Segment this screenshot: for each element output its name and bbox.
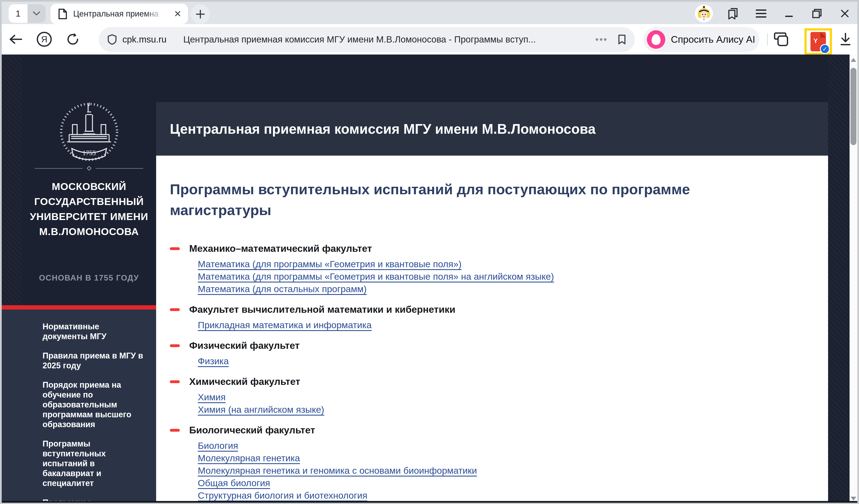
new-tab-button[interactable] bbox=[191, 4, 210, 24]
program-link[interactable]: Физика bbox=[198, 355, 229, 367]
program-link[interactable]: Математика (для остальных программ) bbox=[198, 283, 366, 295]
restore-button[interactable] bbox=[809, 6, 825, 21]
close-icon bbox=[840, 9, 850, 18]
sidebar-nav-item[interactable]: Правила приема в МГУ в 2025 году bbox=[43, 351, 144, 370]
hamburger-menu-icon bbox=[755, 9, 767, 18]
program-link[interactable]: Математика (для программы «Геометрия и к… bbox=[198, 270, 554, 283]
diamond-ornament bbox=[87, 166, 91, 171]
faculty-name: Факультет вычислительной математики и ки… bbox=[189, 303, 455, 316]
profile-avatar[interactable] bbox=[695, 4, 713, 22]
scrollbar-up-arrow-icon[interactable] bbox=[850, 58, 856, 62]
red-dash-marker bbox=[170, 344, 180, 347]
tab-close-button[interactable]: ✕ bbox=[174, 10, 181, 18]
minimize-icon bbox=[784, 9, 794, 18]
ask-alice-label: Спросить Алису AI bbox=[671, 34, 755, 45]
yandex-home-button[interactable]: Я bbox=[36, 31, 52, 47]
bookmarks-icon bbox=[727, 7, 739, 20]
back-button[interactable] bbox=[9, 34, 23, 44]
red-dash-marker bbox=[170, 429, 180, 432]
browser-window: 1 Центральная приемна ✕ bbox=[2, 2, 857, 501]
faculty-name: Механико–математический факультет bbox=[189, 242, 372, 255]
bookmark-flag-icon[interactable] bbox=[618, 34, 626, 45]
address-bar[interactable]: cpk.msu.ru Центральная приемная комиссия… bbox=[99, 27, 635, 52]
extension-enabled-badge: ✓ bbox=[820, 44, 830, 54]
reload-icon bbox=[66, 32, 80, 46]
msu-emblem: 1755 bbox=[56, 98, 122, 172]
pdf-extension-mark: Y bbox=[813, 37, 818, 44]
reactions-panel-icon bbox=[774, 32, 790, 47]
browser-menu-button[interactable] bbox=[753, 6, 769, 21]
page-right-decor bbox=[828, 55, 849, 503]
restore-window-icon bbox=[812, 8, 822, 19]
red-dash-marker bbox=[170, 247, 180, 250]
toolbar: Я cpk.msu.ru Центральная приемная комисс… bbox=[2, 24, 857, 55]
program-link[interactable]: Математика (для программы «Геометрия и к… bbox=[198, 258, 462, 270]
program-link[interactable]: Биология bbox=[198, 439, 238, 452]
university-name: МОСКОВСКИЙ ГОСУДАРСТВЕННЫЙ УНИВЕРСИТЕТ И… bbox=[22, 179, 156, 239]
sidebar-nav: Нормативные документы МГУ Правила приема… bbox=[2, 309, 156, 503]
annotation-highlight-box: Y ✓ bbox=[804, 28, 832, 55]
faculty-section: Химический факультет Химия Химия (на анг… bbox=[170, 375, 828, 416]
sidebar-nav-item[interactable]: Нормативные документы МГУ bbox=[43, 322, 144, 341]
sidebar-nav-item[interactable]: Программы вступительных испытаний в бака… bbox=[43, 439, 144, 488]
shield-icon[interactable] bbox=[107, 34, 117, 45]
program-link[interactable]: Общая биология bbox=[198, 477, 270, 489]
alice-logo-icon bbox=[647, 30, 665, 49]
faculty-section: Факультет вычислительной математики и ки… bbox=[170, 303, 828, 331]
site-title: Центральная приемная комиссия МГУ имени … bbox=[170, 121, 596, 137]
address-more-button[interactable]: ••• bbox=[595, 34, 608, 45]
emblem-year: 1755 bbox=[82, 149, 96, 157]
window-bottom-edge bbox=[2, 501, 857, 503]
scrollbar-thumb[interactable] bbox=[850, 68, 856, 145]
address-page-title: Центральная приемная комиссия МГУ имени … bbox=[183, 34, 536, 45]
plus-icon bbox=[196, 10, 205, 19]
minimize-button[interactable] bbox=[781, 6, 797, 21]
download-icon bbox=[840, 33, 852, 46]
page-scrollbar[interactable] bbox=[849, 55, 857, 503]
page-title: Программы вступительных испытаний для по… bbox=[170, 179, 775, 220]
red-dash-marker bbox=[170, 380, 180, 383]
svg-text:Я: Я bbox=[41, 34, 47, 44]
tab-title: Центральная приемна bbox=[73, 9, 166, 18]
program-link[interactable]: Молекулярная генетика и геномика с основ… bbox=[198, 464, 477, 477]
sidebar-red-bar bbox=[2, 305, 156, 309]
program-link[interactable]: Химия bbox=[198, 391, 226, 403]
ask-alice-button[interactable]: Спросить Алису AI bbox=[643, 27, 759, 52]
tab-bar: 1 Центральная приемна ✕ bbox=[2, 2, 857, 24]
red-dash-marker bbox=[170, 308, 180, 311]
tabs-counter[interactable]: 1 bbox=[9, 4, 46, 23]
page-viewport: 1755 МОСКОВСКИЙ ГОСУДАРСТВЕННЫЙ УНИВЕРСИ… bbox=[2, 55, 857, 503]
faculty-name: Биологический факультет bbox=[189, 424, 315, 437]
document-icon bbox=[58, 9, 67, 19]
sidebar-divider bbox=[35, 167, 143, 170]
yandex-logo-icon: Я bbox=[36, 31, 52, 47]
tabs-count-badge[interactable]: 1 bbox=[9, 4, 28, 23]
faculty-section: Физический факультет Физика bbox=[170, 339, 828, 367]
close-window-button[interactable] bbox=[837, 6, 853, 21]
main-content: Программы вступительных испытаний для по… bbox=[156, 156, 828, 503]
faculty-name: Химический факультет bbox=[189, 375, 300, 388]
site-header-banner: Центральная приемная комиссия МГУ имени … bbox=[156, 102, 828, 156]
faculty-list: Механико–математический факультет Матема… bbox=[170, 242, 828, 503]
sidebar-nav-item[interactable]: Порядок приема на обучение по образовате… bbox=[43, 380, 144, 429]
pdf-extension-button[interactable]: Y ✓ bbox=[811, 32, 826, 51]
scrollbar-down-arrow-icon[interactable] bbox=[850, 497, 856, 501]
site-sidebar: 1755 МОСКОВСКИЙ ГОСУДАРСТВЕННЫЙ УНИВЕРСИ… bbox=[22, 55, 156, 503]
program-link[interactable]: Молекулярная генетика bbox=[198, 452, 300, 464]
program-link[interactable]: Прикладная математика и информатика bbox=[198, 319, 372, 331]
pdf-fold-corner bbox=[820, 32, 826, 37]
program-link[interactable]: Структурная биология и биотехнология bbox=[198, 489, 367, 502]
tab-active[interactable]: Центральная приемна ✕ bbox=[50, 4, 188, 24]
downloads-button[interactable] bbox=[836, 24, 855, 55]
back-arrow-icon bbox=[9, 34, 23, 44]
tabs-chevron-button[interactable] bbox=[28, 4, 46, 23]
program-link[interactable]: Химия (на английском языке) bbox=[198, 403, 324, 416]
address-domain[interactable]: cpk.msu.ru bbox=[122, 34, 166, 45]
toolbar-divider bbox=[767, 33, 768, 46]
reload-button[interactable] bbox=[66, 32, 80, 46]
side-panel-button[interactable] bbox=[772, 24, 792, 55]
bookmarks-panel-button[interactable] bbox=[725, 6, 741, 21]
faculty-name: Физический факультет bbox=[189, 339, 300, 352]
faculty-section: Механико–математический факультет Матема… bbox=[170, 242, 828, 295]
chevron-down-icon bbox=[33, 11, 40, 16]
